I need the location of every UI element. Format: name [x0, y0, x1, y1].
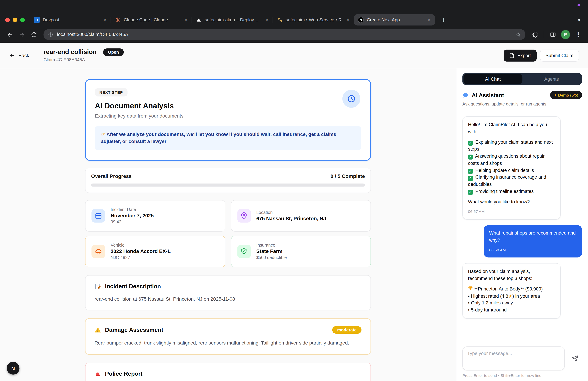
- assistant-header: AI Assistant ✦ Demo (5/5) Ask questions,…: [456, 85, 588, 111]
- info-card-label: Insurance: [256, 243, 287, 247]
- damage-text: Rear bumper cracked, trunk slightly misa…: [95, 339, 361, 347]
- assistant-message: Based on your claim analysis, I recommen…: [462, 263, 561, 319]
- nextjs-dev-button[interactable]: N: [7, 362, 20, 375]
- map-pin-icon: [237, 209, 251, 223]
- progress-status: 0 / 5 Complete: [331, 173, 365, 179]
- claude-favicon: [115, 17, 121, 23]
- progress-card: Overall Progress 0 / 5 Complete: [85, 168, 371, 193]
- tab-strip: DDevpost×Claude Code | Claude×safeclaim-…: [30, 14, 435, 25]
- browser-tab[interactable]: NCreate Next App×: [354, 14, 435, 25]
- tab-close-icon[interactable]: ×: [264, 17, 270, 23]
- progress-bar: [91, 183, 365, 186]
- claim-header: Back rear-end collision Open Claim #C-E0…: [0, 43, 588, 68]
- claim-main[interactable]: NEXT STEP AI Document Analysis Extractin…: [0, 68, 456, 381]
- next-step-title: AI Document Analysis: [95, 102, 361, 110]
- browser-tab[interactable]: safeclaim-aknh – Deployment×: [192, 14, 273, 25]
- shield-icon: [237, 245, 251, 258]
- car-icon: [91, 245, 105, 258]
- back-nav-icon[interactable]: [4, 29, 15, 40]
- browser-tab[interactable]: Claude Code | Claude×: [111, 14, 192, 25]
- arrow-left-icon: [9, 52, 15, 58]
- info-card-label: Location: [256, 210, 326, 215]
- extensions-icon[interactable]: [530, 29, 540, 40]
- url-bar[interactable]: localhost:3000/claim/C-E08A345A: [43, 29, 525, 40]
- info-card-sub: $500 deductible: [256, 255, 287, 260]
- section-title-description: Incident Description: [105, 283, 161, 290]
- site-info-icon[interactable]: [48, 32, 53, 37]
- toolbar-divider: [544, 31, 544, 38]
- calendar-icon: [91, 209, 105, 223]
- incident-description-text: rear-end collision at 675 Nassau St, Pri…: [95, 295, 361, 303]
- side-panel-icon[interactable]: [547, 29, 558, 40]
- devpost-favicon: D: [34, 17, 40, 23]
- info-card-value: November 7, 2025: [110, 213, 153, 219]
- submit-label: Submit Claim: [546, 53, 573, 58]
- tab-close-icon[interactable]: ×: [102, 17, 108, 23]
- window-titlebar[interactable]: [0, 0, 588, 14]
- macos-close-button[interactable]: [5, 18, 10, 22]
- tab-title: Devpost: [43, 17, 99, 22]
- forward-nav-icon[interactable]: [17, 29, 27, 40]
- app-page: Back rear-end collision Open Claim #C-E0…: [0, 43, 588, 381]
- info-card-vehicle: Vehicle2022 Honda Accord EX-LNJC-4927: [85, 236, 225, 267]
- reload-icon[interactable]: [29, 29, 39, 40]
- browser-window: DDevpost×Claude Code | Claude×safeclaim-…: [0, 0, 588, 381]
- macos-minimize-button[interactable]: [13, 18, 17, 22]
- next-step-subtitle: Extracting key data from your documents: [95, 113, 361, 119]
- send-button[interactable]: [568, 351, 582, 366]
- info-card-insurance: InsuranceState Farm$500 deductible: [231, 236, 371, 267]
- severity-badge: moderate: [332, 326, 361, 334]
- next-step-card: NEXT STEP AI Document Analysis Extractin…: [85, 79, 371, 160]
- chat-tabs: AI ChatAgents: [462, 73, 582, 85]
- tab-title: Claude Code | Claude: [124, 17, 180, 22]
- info-card-value: 675 Nassau St, Princeton, NJ: [256, 216, 326, 221]
- tab-title: safeclaim-aknh – Deployment: [205, 17, 261, 22]
- render-favicon: [277, 17, 283, 23]
- ai-sidebar: AI ChatAgents AI Assistant ✦ Demo (5/5) …: [456, 68, 588, 381]
- menu-dots-icon[interactable]: ⋮: [573, 29, 584, 40]
- page-title: rear-end collision: [43, 48, 97, 56]
- tab-close-icon[interactable]: ×: [183, 17, 189, 23]
- memo-icon: [95, 283, 101, 290]
- next-step-tip: ☞ After we analyze your documents, we'll…: [95, 126, 361, 150]
- new-tab-button[interactable]: +: [439, 15, 449, 25]
- info-card-label: Vehicle: [110, 243, 170, 247]
- back-label: Back: [18, 52, 29, 58]
- clock-icon: [342, 90, 360, 108]
- info-card-label: Incident Date: [110, 207, 153, 212]
- chat-bubble-icon: [462, 92, 469, 98]
- recording-indicator-dot: [578, 4, 580, 6]
- status-badge: Open: [103, 48, 124, 56]
- police-report-card: Police Report: [85, 362, 371, 381]
- warning-icon: [95, 327, 101, 333]
- export-button[interactable]: Export: [504, 49, 536, 61]
- user-message: What repair shops are recommended and wh…: [484, 225, 582, 258]
- tab-row: DDevpost×Claude Code | Claude×safeclaim-…: [0, 14, 588, 26]
- tab-agents[interactable]: Agents: [522, 74, 581, 84]
- tab-close-icon[interactable]: ×: [426, 17, 432, 23]
- nextjs-favicon: N: [358, 17, 364, 23]
- tab-close-icon[interactable]: ×: [345, 17, 351, 23]
- info-card-sub: 09:42: [110, 220, 153, 224]
- tab-ai-chat[interactable]: AI Chat: [463, 74, 522, 84]
- browser-tab[interactable]: DDevpost×: [30, 14, 111, 25]
- vercel-favicon: [196, 17, 202, 23]
- macos-zoom-button[interactable]: [20, 18, 25, 22]
- profile-avatar[interactable]: P: [561, 30, 570, 39]
- demo-badge: ✦ Demo (5/5): [550, 91, 582, 99]
- bookmark-star-icon[interactable]: [516, 32, 521, 37]
- siren-icon: [95, 370, 101, 377]
- chat-input[interactable]: [462, 346, 565, 371]
- browser-tab[interactable]: safeclaim • Web Service • R×: [273, 14, 354, 25]
- chat-input-area: Press Enter to send • Shift+Enter for ne…: [456, 343, 588, 381]
- progress-label: Overall Progress: [91, 173, 132, 179]
- browser-toolbar: localhost:3000/claim/C-E08A345A P ⋮: [0, 26, 588, 43]
- section-title-damage: Damage Assessment: [105, 327, 163, 333]
- tab-title: Create Next App: [367, 17, 423, 22]
- input-hint: Press Enter to send • Shift+Enter for ne…: [462, 373, 582, 378]
- assistant-subtitle: Ask questions, update details, or run ag…: [462, 102, 582, 106]
- submit-claim-button[interactable]: Submit Claim: [540, 49, 579, 61]
- claim-id: Claim #C-E08A345A: [43, 57, 124, 63]
- back-button[interactable]: Back: [9, 52, 42, 58]
- tab-organizer-icon[interactable]: ✦: [577, 17, 581, 23]
